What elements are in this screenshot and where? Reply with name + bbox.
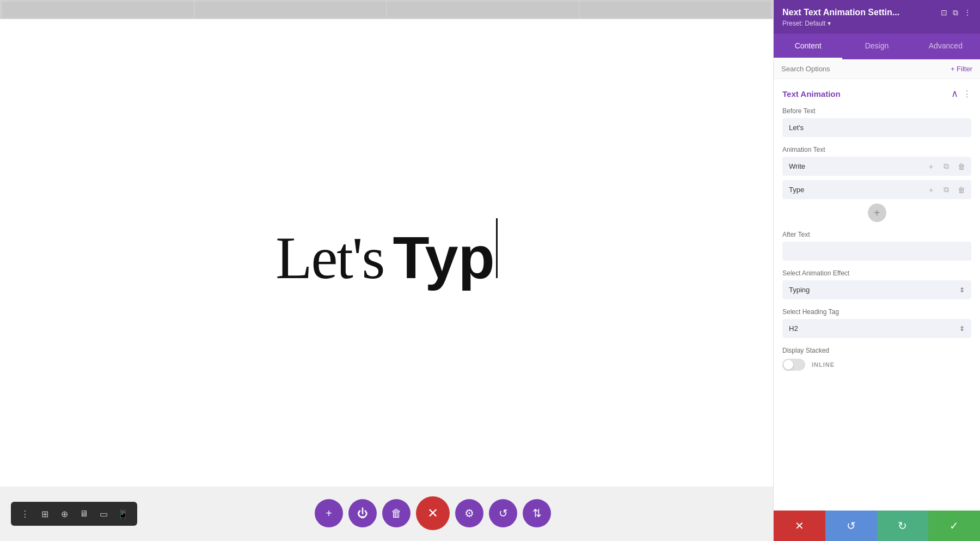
canvas-top-bar — [0, 0, 773, 19]
panel-preset[interactable]: Preset: Default ▾ — [782, 20, 971, 27]
center-tools: + ⏻ 🗑 ✕ ⚙ ↺ ⇅ — [315, 496, 551, 530]
add-item-2-icon[interactable]: + — [924, 183, 938, 196]
after-text-label: After Text — [782, 231, 971, 238]
heading-tag-select-wrapper: H2 H1 H3 H4 H5 H6 ⇕ — [782, 319, 971, 338]
canvas-segment-1 — [2, 2, 194, 18]
animation-effect-field: Select Animation Effect Typing Fade Slid… — [782, 269, 971, 299]
panel-content: Text Animation ∧ ⋮ Before Text Animation… — [774, 79, 980, 511]
animation-item-1: + ⧉ 🗑 — [782, 157, 971, 176]
tab-content[interactable]: Content — [774, 34, 842, 59]
save-action-button[interactable]: ✓ — [928, 511, 980, 541]
more-icon[interactable]: ⋮ — [964, 8, 971, 17]
animation-text-field: Animation Text + ⧉ 🗑 + ⧉ — [782, 146, 971, 222]
right-panel: Next Text Animation Settin... ⊡ ⧉ ⋮ Pres… — [773, 0, 980, 541]
fullscreen-icon[interactable]: ⊡ — [941, 8, 947, 17]
canvas-segment-3 — [387, 2, 579, 18]
add-item-icon[interactable]: + — [924, 160, 938, 173]
delete-button[interactable]: 🗑 — [382, 499, 411, 527]
settings-button[interactable]: ⚙ — [455, 499, 483, 527]
filter-button[interactable]: + Filter — [951, 65, 972, 73]
canvas-area: Let's Typ ⋮ ⊞ ⊕ 🖥 ▭ 📱 + ⏻ — [0, 0, 773, 541]
add-animation-item-button[interactable]: + — [868, 204, 886, 222]
canvas-bottom-bar: ⋮ ⊞ ⊕ 🖥 ▭ 📱 + ⏻ 🗑 ✕ ⚙ ↺ ⇅ — [0, 487, 773, 541]
after-text-field: After Text — [782, 231, 971, 261]
display-stacked-label: Display Stacked — [782, 347, 971, 354]
tab-advanced[interactable]: Advanced — [911, 34, 980, 59]
center-toolbar: + ⏻ 🗑 ✕ ⚙ ↺ ⇅ — [0, 496, 773, 530]
reset-action-button[interactable]: ↺ — [825, 511, 877, 541]
canvas-content: Let's Typ — [0, 19, 773, 487]
animation-effect-select-wrapper: Typing Fade Slide ⇕ — [782, 280, 971, 299]
panel-header-icons: ⊡ ⧉ ⋮ — [941, 8, 971, 17]
close-button[interactable]: ✕ — [416, 496, 450, 530]
animation-item-2: + ⧉ 🗑 — [782, 180, 971, 199]
animation-effect-select[interactable]: Typing Fade Slide — [782, 280, 971, 299]
sort-button[interactable]: ⇅ — [523, 499, 551, 527]
animation-text-label: Animation Text — [782, 146, 971, 153]
tab-bar: Content Design Advanced — [774, 34, 980, 59]
section-menu-icon[interactable]: ⋮ — [963, 89, 971, 99]
animation-item-1-actions: + ⧉ 🗑 — [924, 160, 971, 173]
text-preview: Let's Typ — [275, 218, 498, 288]
delete-item-2-icon[interactable]: 🗑 — [955, 183, 968, 196]
heading-tag-select[interactable]: H2 H1 H3 H4 H5 H6 — [782, 319, 971, 338]
duplicate-item-icon[interactable]: ⧉ — [940, 160, 953, 173]
preview-bold-text: Typ — [393, 218, 497, 287]
before-text-input[interactable] — [782, 118, 971, 137]
power-button[interactable]: ⏻ — [348, 499, 377, 527]
preview-light-text: Let's — [275, 228, 384, 288]
delete-item-icon[interactable]: 🗑 — [955, 160, 968, 173]
panel-title: Next Text Animation Settin... — [782, 8, 941, 17]
after-text-input[interactable] — [782, 242, 971, 261]
heading-tag-label: Select Heading Tag — [782, 308, 971, 316]
before-text-field: Before Text — [782, 107, 971, 137]
section-title: Text Animation — [782, 89, 841, 99]
text-cursor — [496, 218, 498, 278]
search-input[interactable] — [781, 65, 946, 73]
panel-header-top: Next Text Animation Settin... ⊡ ⧉ ⋮ — [782, 8, 971, 17]
canvas-segment-2 — [195, 2, 387, 18]
before-text-label: Before Text — [782, 107, 971, 115]
animation-item-2-input[interactable] — [782, 180, 924, 199]
panel-bottom-actions: ✕ ↺ ↻ ✓ — [774, 511, 980, 541]
toggle-state-label: INLINE — [812, 361, 835, 368]
animation-effect-label: Select Animation Effect — [782, 269, 971, 277]
heading-tag-field: Select Heading Tag H2 H1 H3 H4 H5 H6 ⇕ — [782, 308, 971, 338]
animation-item-2-actions: + ⧉ 🗑 — [924, 183, 971, 196]
redo-action-button[interactable]: ↻ — [877, 511, 929, 541]
panel-header: Next Text Animation Settin... ⊡ ⧉ ⋮ Pres… — [774, 0, 980, 34]
canvas-segment-4 — [580, 2, 771, 18]
reset-button[interactable]: ↺ — [489, 499, 517, 527]
cancel-action-button[interactable]: ✕ — [774, 511, 825, 541]
section-collapse-icon[interactable]: ∧ — [951, 88, 958, 100]
section-header: Text Animation ∧ ⋮ — [782, 88, 971, 100]
split-icon[interactable]: ⧉ — [953, 8, 958, 17]
display-stacked-toggle-row: INLINE — [782, 359, 971, 371]
section-controls: ∧ ⋮ — [951, 88, 971, 100]
duplicate-item-2-icon[interactable]: ⧉ — [940, 183, 953, 196]
add-button[interactable]: + — [315, 499, 343, 527]
display-stacked-toggle[interactable] — [782, 359, 805, 371]
tab-design[interactable]: Design — [842, 34, 911, 59]
search-bar: + Filter — [774, 59, 980, 79]
display-stacked-field: Display Stacked INLINE — [782, 347, 971, 371]
animation-item-1-input[interactable] — [782, 157, 924, 176]
